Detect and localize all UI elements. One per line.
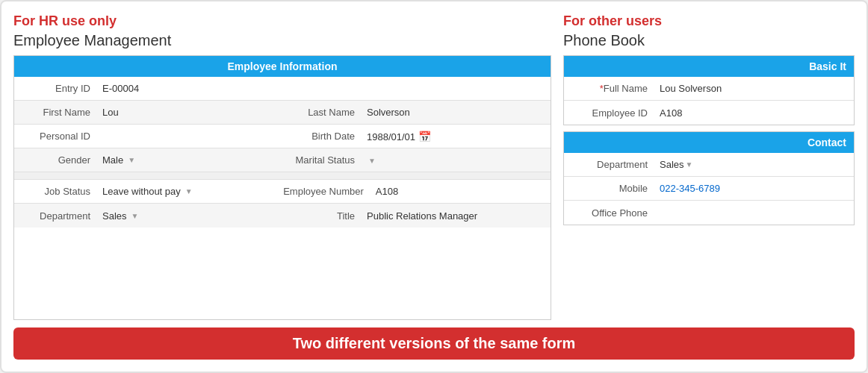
right-panel: For other users Phone Book Basic It *Ful… bbox=[563, 13, 855, 320]
contact-form: Contact Department Sales ▼ Mobile 022-34… bbox=[563, 131, 855, 225]
employee-id-value: A108 bbox=[654, 104, 854, 122]
right-department-label: Department bbox=[564, 156, 654, 173]
department-label: Department bbox=[14, 207, 96, 225]
mobile-value: 022-345-6789 bbox=[654, 180, 854, 197]
calendar-icon: 📅 bbox=[418, 131, 431, 142]
marital-status-dropdown-arrow[interactable]: ▼ bbox=[368, 157, 376, 165]
office-phone-value bbox=[654, 210, 854, 216]
first-name-label: First Name bbox=[14, 104, 96, 121]
name-row: First Name Lou Last Name Solverson bbox=[14, 101, 551, 125]
personal-id-label: Personal ID bbox=[14, 128, 96, 145]
employee-number-label: Employee Number bbox=[277, 183, 370, 200]
bottom-banner: Two different versions of the same form bbox=[13, 327, 855, 360]
department-dropdown-arrow[interactable]: ▼ bbox=[131, 212, 139, 220]
first-name-value: Lou bbox=[96, 104, 286, 121]
gender-row: Gender Male ▼ Marital Status ▼ bbox=[14, 148, 551, 172]
mobile-label: Mobile bbox=[564, 180, 654, 197]
gender-dropdown-arrow[interactable]: ▼ bbox=[128, 156, 135, 164]
personal-id-row: Personal ID Birth Date 1988/01/01 📅 bbox=[14, 125, 551, 148]
employee-id-row: Employee ID A108 bbox=[564, 101, 854, 125]
right-department-dropdown-arrow[interactable]: ▼ bbox=[686, 160, 693, 169]
job-status-label: Job Status bbox=[14, 183, 96, 200]
employee-form: Employee Information Entry ID E-00004 Fi… bbox=[13, 55, 551, 320]
left-section-title: Employee Management bbox=[13, 32, 551, 49]
employee-number-value: A108 bbox=[370, 183, 551, 200]
gender-value: Male ▼ bbox=[96, 151, 286, 169]
marital-status-value: ▼ bbox=[361, 151, 551, 169]
full-name-row: *Full Name Lou Solverson bbox=[564, 77, 854, 101]
last-name-label: Last Name bbox=[286, 104, 361, 121]
right-section-header: For other users bbox=[563, 13, 855, 29]
left-panel: For HR use only Employee Management Empl… bbox=[13, 13, 551, 320]
department-value: Sales ▼ bbox=[96, 207, 286, 225]
left-section-header: For HR use only bbox=[13, 13, 551, 29]
mobile-link[interactable]: 022-345-6789 bbox=[660, 183, 720, 194]
full-name-value: Lou Solverson bbox=[654, 80, 854, 97]
title-label: Title bbox=[286, 207, 361, 225]
birth-date-value: 1988/01/01 📅 bbox=[361, 128, 551, 145]
full-name-label: *Full Name bbox=[564, 80, 654, 97]
basic-info-header: Basic It bbox=[564, 56, 854, 77]
basic-info-form: Basic It *Full Name Lou Solverson Employ… bbox=[563, 55, 855, 125]
office-phone-row: Office Phone bbox=[564, 201, 854, 225]
mobile-row: Mobile 022-345-6789 bbox=[564, 177, 854, 201]
separator bbox=[14, 172, 551, 180]
gender-label: Gender bbox=[14, 151, 96, 169]
title-value: Public Relations Manager bbox=[361, 207, 551, 225]
entry-id-label: Entry ID bbox=[14, 80, 96, 97]
employee-id-label: Employee ID bbox=[564, 104, 654, 122]
office-phone-label: Office Phone bbox=[564, 204, 654, 222]
entry-id-value: E-00004 bbox=[96, 80, 551, 97]
right-section-title: Phone Book bbox=[563, 32, 855, 49]
personal-id-value bbox=[96, 134, 286, 140]
marital-status-label: Marital Status bbox=[286, 151, 361, 169]
last-name-value: Solverson bbox=[361, 104, 551, 121]
job-status-dropdown-arrow[interactable]: ▼ bbox=[185, 187, 193, 195]
department-row: Department Sales ▼ Title Public Relation… bbox=[14, 204, 551, 228]
birth-date-label: Birth Date bbox=[286, 128, 361, 145]
contact-header: Contact bbox=[564, 132, 854, 153]
job-status-row: Job Status Leave without pay ▼ Employee … bbox=[14, 180, 551, 204]
job-status-value: Leave without pay ▼ bbox=[96, 183, 277, 200]
main-container: For HR use only Employee Management Empl… bbox=[0, 0, 868, 373]
right-department-row: Department Sales ▼ bbox=[564, 153, 854, 177]
form-header: Employee Information bbox=[14, 56, 551, 77]
entry-id-row: Entry ID E-00004 bbox=[14, 77, 551, 101]
right-department-value: Sales ▼ bbox=[654, 156, 854, 173]
